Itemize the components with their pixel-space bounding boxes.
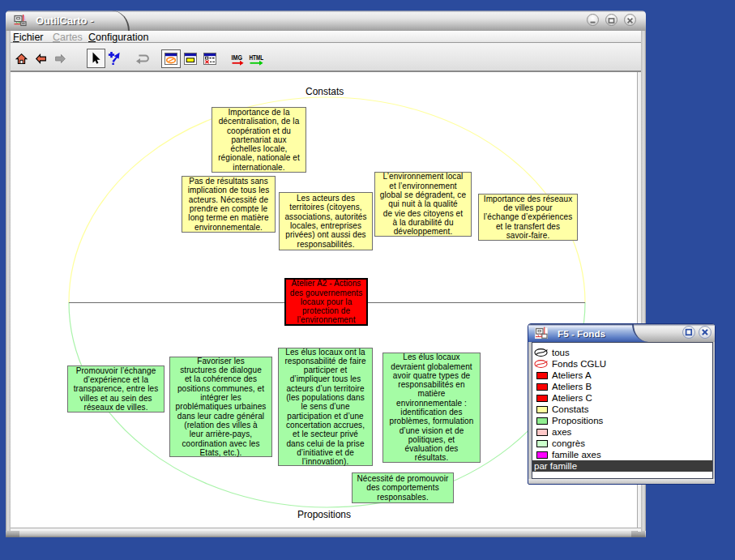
svg-text:HTML: HTML xyxy=(250,54,264,62)
svg-text:IMG: IMG xyxy=(232,54,243,62)
